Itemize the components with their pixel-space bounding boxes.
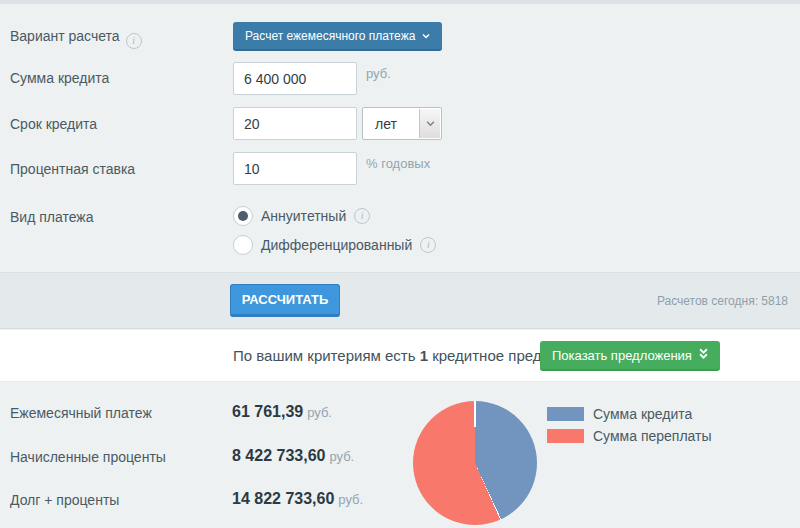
radio-option-annuity[interactable]: Аннуитетный i	[233, 206, 370, 226]
legend-swatch-red	[547, 429, 584, 443]
info-icon[interactable]: i	[420, 237, 436, 253]
info-icon[interactable]: i	[354, 208, 370, 224]
total-debt-label: Долг + проценты	[10, 492, 119, 508]
legend-label: Сумма переплаты	[593, 428, 712, 444]
legend-item-credit: Сумма кредита	[547, 406, 692, 422]
offer-bar: По вашим критериям есть 1 кредитное пред…	[0, 330, 800, 382]
amount-input[interactable]	[233, 62, 357, 95]
calculate-button[interactable]: РАССЧИТАТЬ	[230, 284, 340, 317]
total-debt-value: 14 822 733,60руб.	[232, 490, 363, 508]
chevron-down-icon	[422, 32, 430, 40]
loan-calculator: Вариант расчетаi Расчет ежемесячного пла…	[0, 0, 800, 528]
term-input[interactable]	[233, 107, 357, 140]
term-unit-value: лет	[375, 116, 397, 132]
monthly-payment-label: Ежемесячный платеж	[10, 405, 152, 421]
offer-count: 1	[420, 347, 428, 364]
variant-label: Вариант расчетаi	[10, 28, 142, 49]
term-unit-select[interactable]: лет	[362, 107, 442, 140]
chevron-down-icon	[419, 109, 440, 138]
info-icon[interactable]: i	[126, 33, 142, 49]
radio-button[interactable]	[233, 235, 253, 255]
radio-button[interactable]	[233, 206, 253, 226]
legend-swatch-blue	[547, 407, 584, 421]
rate-suffix: % годовых	[366, 156, 430, 171]
amount-suffix: руб.	[366, 66, 391, 81]
accrued-interest-value: 8 422 733,60руб.	[232, 447, 354, 465]
accrued-interest-label: Начисленные проценты	[10, 449, 166, 465]
variant-dropdown-label: Расчет ежемесячного платежа	[245, 29, 415, 43]
term-label: Срок кредита	[10, 116, 97, 132]
legend-item-overpayment: Сумма переплаты	[547, 428, 712, 444]
rate-input[interactable]	[233, 152, 357, 185]
pie-chart	[413, 401, 537, 525]
variant-dropdown[interactable]: Расчет ежемесячного платежа	[233, 22, 442, 51]
radio-label: Аннуитетный	[261, 208, 346, 224]
legend-label: Сумма кредита	[593, 406, 692, 422]
rate-label: Процентная ставка	[10, 161, 135, 177]
show-offers-button[interactable]: Показать предложения	[540, 341, 720, 371]
radio-label: Дифференцированный	[261, 237, 412, 253]
monthly-payment-value: 61 761,39руб.	[232, 403, 332, 421]
double-chevron-down-icon	[699, 351, 708, 361]
calculations-today-counter: Расчетов сегодня: 5818	[657, 294, 788, 308]
radio-option-differentiated[interactable]: Дифференцированный i	[233, 235, 436, 255]
show-offers-label: Показать предложения	[552, 348, 692, 363]
payment-type-label: Вид платежа	[10, 209, 93, 225]
action-bar: РАССЧИТАТЬ Расчетов сегодня: 5818	[0, 272, 800, 329]
amount-label: Сумма кредита	[10, 70, 109, 86]
